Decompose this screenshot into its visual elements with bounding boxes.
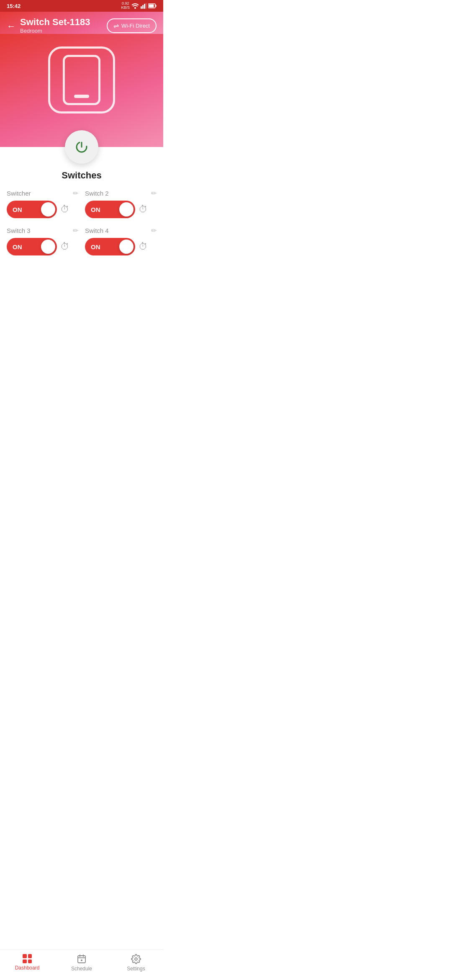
- battery-icon: [148, 3, 157, 8]
- device-icon-bar: [74, 95, 89, 98]
- toggle-thumb-3: [41, 240, 55, 254]
- timer-icon-3[interactable]: ⏱: [60, 241, 69, 252]
- switch-controls-3: ON ⏱: [7, 238, 78, 255]
- svg-rect-2: [142, 5, 144, 9]
- toggle-1[interactable]: ON: [7, 201, 57, 218]
- back-button[interactable]: ←: [7, 21, 16, 32]
- svg-rect-7: [156, 5, 157, 7]
- status-speed: 0.92KB/S: [121, 2, 130, 10]
- edit-icon-1[interactable]: ✏: [73, 189, 78, 197]
- edit-icon-4[interactable]: ✏: [151, 227, 157, 235]
- edit-icon-2[interactable]: ✏: [151, 189, 157, 197]
- status-bar: 15:42 0.92KB/S: [0, 0, 163, 12]
- page-subtitle: Bedroom: [20, 28, 90, 34]
- wifi-direct-button[interactable]: ⇌ Wi-Fi Direct: [107, 18, 157, 33]
- switch-name-4: Switch 4: [85, 227, 109, 234]
- hero-section: [0, 34, 163, 147]
- power-icon: [74, 139, 90, 155]
- power-button-wrapper: [65, 130, 98, 164]
- timer-icon-2[interactable]: ⏱: [139, 204, 148, 215]
- edit-icon-3[interactable]: ✏: [73, 227, 78, 235]
- switch-controls-1: ON ⏱: [7, 201, 78, 218]
- switch-controls-2: ON ⏱: [85, 201, 157, 218]
- switch-card-2: Switch 2 ✏ ON ⏱: [85, 189, 157, 218]
- svg-rect-4: [146, 3, 146, 9]
- device-inner-icon: [63, 55, 100, 105]
- svg-rect-6: [149, 5, 154, 8]
- wifi-direct-icon: ⇌: [113, 22, 119, 30]
- toggle-2[interactable]: ON: [85, 201, 135, 218]
- page-title: Switch Set-1183: [20, 17, 90, 28]
- toggle-label-2: ON: [91, 206, 100, 213]
- switch-card-4: Switch 4 ✏ ON ⏱: [85, 227, 157, 255]
- switch-controls-4: ON ⏱: [85, 238, 157, 255]
- switch-card-header-3: Switch 3 ✏: [7, 227, 78, 235]
- switch-name-2: Switch 2: [85, 190, 109, 197]
- switch-card-1: Switcher ✏ ON ⏱: [7, 189, 78, 218]
- svg-rect-1: [141, 6, 142, 9]
- toggle-thumb-4: [119, 240, 134, 254]
- header-left: ← Switch Set-1183 Bedroom: [7, 17, 90, 34]
- toggle-label-3: ON: [13, 243, 22, 250]
- status-time: 15:42: [7, 3, 21, 9]
- toggle-4[interactable]: ON: [85, 238, 135, 255]
- toggle-label-4: ON: [91, 243, 100, 250]
- switches-section: Switches Switcher ✏ ON ⏱ Switch 2 ✏: [0, 170, 163, 264]
- switch-name-1: Switcher: [7, 190, 31, 197]
- switches-title: Switches: [7, 170, 157, 181]
- toggle-3[interactable]: ON: [7, 238, 57, 255]
- power-button[interactable]: [65, 130, 98, 164]
- toggle-thumb-1: [41, 202, 55, 217]
- switch-card-header-1: Switcher ✏: [7, 189, 78, 197]
- switch-card-header-2: Switch 2 ✏: [85, 189, 157, 197]
- svg-rect-3: [144, 4, 145, 9]
- wifi-icon: [131, 3, 139, 9]
- status-icons: 0.92KB/S: [121, 2, 157, 10]
- signal-icon: [141, 3, 146, 9]
- header: ← Switch Set-1183 Bedroom ⇌ Wi-Fi Direct: [0, 12, 163, 34]
- toggle-thumb-2: [119, 202, 134, 217]
- switch-card-header-4: Switch 4 ✏: [85, 227, 157, 235]
- svg-point-0: [134, 7, 136, 9]
- switch-card-3: Switch 3 ✏ ON ⏱: [7, 227, 78, 255]
- switches-grid: Switcher ✏ ON ⏱ Switch 2 ✏ ON: [7, 189, 157, 255]
- toggle-label-1: ON: [13, 206, 22, 213]
- header-title-block: Switch Set-1183 Bedroom: [20, 17, 90, 34]
- timer-icon-4[interactable]: ⏱: [139, 241, 148, 252]
- device-icon: [48, 46, 115, 113]
- switch-name-3: Switch 3: [7, 227, 31, 234]
- timer-icon-1[interactable]: ⏱: [60, 204, 69, 215]
